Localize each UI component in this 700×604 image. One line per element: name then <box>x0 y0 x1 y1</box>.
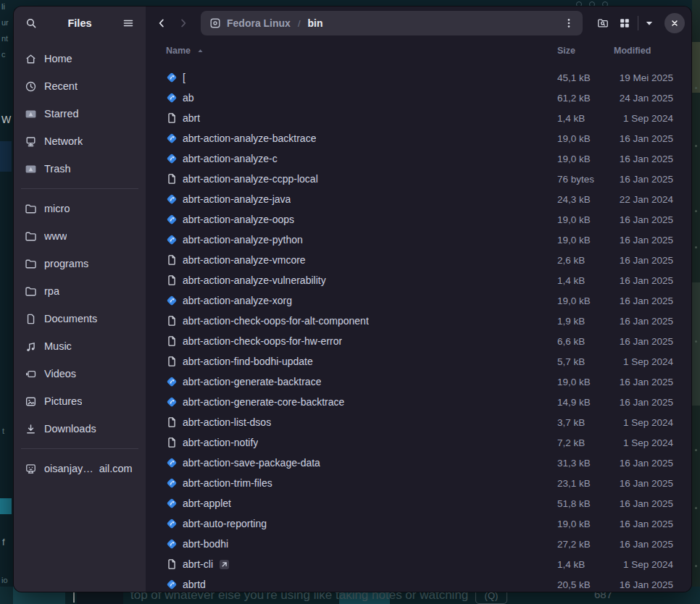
file-name: abrt-action-analyze-python <box>183 234 303 246</box>
file-row[interactable]: abrt-action-analyze-java24,3 kB22 Jan 20… <box>146 189 691 209</box>
file-size: 19,0 kB <box>557 519 614 529</box>
sidebar-item-starred[interactable]: Starred <box>18 100 141 127</box>
file-row[interactable]: abrt-action-list-dsos3,7 kB1 Sep 2024 <box>146 412 691 432</box>
kebab-menu-icon <box>563 17 575 29</box>
sidebar-item-pictures[interactable]: Pictures <box>18 387 141 415</box>
folder-icon <box>25 285 37 298</box>
file-name-cell: abrt-action-check-oops-for-hw-error <box>183 335 557 347</box>
sidebar-item-www[interactable]: www <box>18 222 141 250</box>
sidebar-item-online-account[interactable]: oisanjay… ail.com <box>18 455 141 482</box>
file-size: 27,2 kB <box>557 539 614 550</box>
background-text-fragment: W <box>1 114 11 125</box>
sidebar-item-network[interactable]: Network <box>18 127 141 155</box>
breadcrumb-root[interactable]: Fedora Linux <box>227 17 291 29</box>
sidebar-item-micro[interactable]: micro <box>18 195 141 222</box>
file-modified: 16 Jan 2025 <box>614 214 673 225</box>
path-bar[interactable]: Fedora Linux / bin <box>201 11 583 35</box>
sidebar-item-videos[interactable]: Videos <box>18 360 141 387</box>
file-modified: 16 Jan 2025 <box>614 458 673 469</box>
search-folder-button[interactable] <box>592 12 614 34</box>
file-row[interactable]: abrt-auto-reporting19,0 kB16 Jan 2025 <box>146 513 691 534</box>
column-header-modified[interactable]: Modified <box>614 46 673 56</box>
breadcrumb-current[interactable]: bin <box>308 17 323 29</box>
sidebar-item-music[interactable]: Music <box>18 332 141 360</box>
file-size: 76 bytes <box>557 174 614 185</box>
file-row[interactable]: ab61,2 kB24 Jan 2025 <box>146 88 691 108</box>
file-name-cell: abrt-bodhi <box>183 538 557 550</box>
file-row[interactable]: abrt-action-analyze-vulnerability1,4 kB1… <box>146 270 691 290</box>
file-size: 19,0 kB <box>557 235 614 246</box>
file-row[interactable]: abrtd20,5 kB16 Jan 2025 <box>146 574 691 592</box>
file-row[interactable]: abrt-action-analyze-ccpp-local76 bytes16… <box>146 169 691 189</box>
file-size: 1,9 kB <box>557 316 614 327</box>
file-modified: 1 Sep 2024 <box>614 437 673 448</box>
file-row[interactable]: abrt-action-trim-files23,1 kB16 Jan 2025 <box>146 473 691 493</box>
sidebar-item-label: rpa <box>44 285 59 297</box>
background-text-fragment: f <box>2 537 5 547</box>
file-row[interactable]: abrt-action-check-oops-for-hw-error6,6 k… <box>146 331 691 351</box>
file-row[interactable]: abrt-action-save-package-data31,3 kB16 J… <box>146 453 691 473</box>
file-name-cell: abrt-action-analyze-c <box>183 153 557 164</box>
sidebar-item-downloads[interactable]: Downloads <box>18 415 141 442</box>
starred-icon <box>25 108 37 120</box>
background-text-fragment: c <box>1 51 6 59</box>
file-row[interactable]: abrt-action-analyze-xorg19,0 kB16 Jan 20… <box>146 290 691 311</box>
location-menu-button[interactable] <box>559 13 579 33</box>
close-window-button[interactable] <box>664 13 685 33</box>
breadcrumb-separator: / <box>298 18 301 29</box>
sidebar-item-home[interactable]: Home <box>18 45 141 72</box>
sidebar-item-programs[interactable]: programs <box>18 250 141 277</box>
file-name: abrt <box>183 112 200 124</box>
file-row[interactable]: abrt-action-generate-backtrace19,0 kB16 … <box>146 372 691 392</box>
file-name-cell: abrt-cli <box>183 558 557 570</box>
file-row[interactable]: abrt-action-notify7,2 kB1 Sep 2024 <box>146 432 691 453</box>
file-row[interactable]: abrt-action-analyze-c19,0 kB16 Jan 2025 <box>146 148 691 169</box>
background-text-fragment: t <box>2 427 4 435</box>
sidebar-item-label: Trash <box>44 163 71 175</box>
file-size: 24,3 kB <box>557 194 614 205</box>
file-row[interactable]: abrt-bodhi27,2 kB16 Jan 2025 <box>146 534 691 554</box>
sidebar-item-rpa[interactable]: rpa <box>18 277 141 305</box>
file-size: 31,3 kB <box>557 458 614 469</box>
executable-file-icon <box>166 193 178 205</box>
column-name-label: Name <box>166 46 191 56</box>
back-button[interactable] <box>151 12 172 34</box>
file-modified: 1 Sep 2024 <box>614 113 673 124</box>
sidebar-item-label: Recent <box>44 80 78 92</box>
file-name: abrt-action-check-oops-for-alt-component <box>183 315 369 327</box>
file-row[interactable]: abrt-applet51,8 kB16 Jan 2025 <box>146 493 691 513</box>
view-grid-button[interactable] <box>614 12 636 34</box>
file-size: 61,2 kB <box>557 93 614 104</box>
file-row[interactable]: abrt-action-analyze-oops19,0 kB16 Jan 20… <box>146 209 691 230</box>
file-row[interactable]: abrt1,4 kB1 Sep 2024 <box>146 108 691 128</box>
file-name-cell: abrt-action-analyze-oops <box>183 214 557 225</box>
file-modified: 22 Jan 2024 <box>614 194 673 205</box>
file-row[interactable]: abrt-action-check-oops-for-alt-component… <box>146 311 691 331</box>
file-size: 45,1 kB <box>557 72 614 83</box>
file-row[interactable]: abrt-action-analyze-vmcore2,6 kB16 Jan 2… <box>146 250 691 270</box>
file-row[interactable]: abrt-action-find-bodhi-update5,7 kB1 Sep… <box>146 351 691 372</box>
file-size: 19,0 kB <box>557 154 614 164</box>
file-row[interactable]: abrt-action-generate-core-backtrace14,9 … <box>146 392 691 412</box>
file-row[interactable]: abrt-cli1,4 kB1 Sep 2024 <box>146 554 691 574</box>
sidebar-item-recent[interactable]: Recent <box>18 72 141 100</box>
file-size: 7,2 kB <box>557 437 614 448</box>
search-button[interactable] <box>20 12 42 34</box>
file-row[interactable]: abrt-action-analyze-python19,0 kB16 Jan … <box>146 230 691 250</box>
file-name-cell: abrt-auto-reporting <box>183 518 557 529</box>
text-file-icon <box>166 315 178 327</box>
column-header-size[interactable]: Size <box>557 46 614 56</box>
sidebar-item-label: Home <box>44 53 72 64</box>
file-name-cell: abrt-action-save-package-data <box>183 457 557 469</box>
sidebar-item-documents[interactable]: Documents <box>18 305 141 332</box>
forward-button[interactable] <box>172 12 194 34</box>
sidebar-item-trash[interactable]: Trash <box>18 155 141 183</box>
text-file-icon <box>166 437 178 448</box>
file-row[interactable]: abrt-action-analyze-backtrace19,0 kB16 J… <box>146 128 691 148</box>
document-icon <box>25 313 37 325</box>
file-row[interactable]: [45,1 kB19 Mei 2025 <box>146 67 691 88</box>
main-menu-button[interactable] <box>117 12 139 34</box>
column-header-name[interactable]: Name <box>166 46 557 56</box>
search-icon <box>25 17 37 29</box>
view-options-button[interactable] <box>641 13 658 33</box>
